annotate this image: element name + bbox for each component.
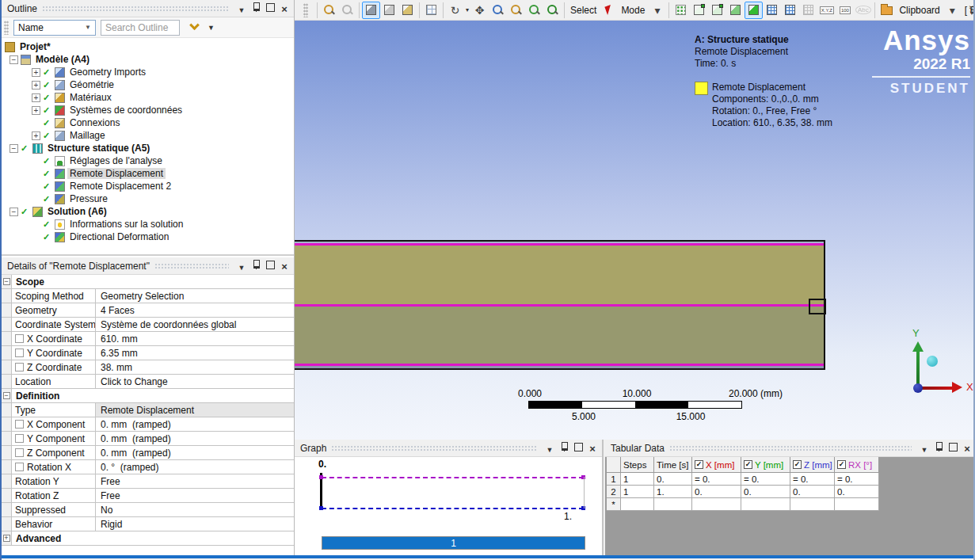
tabular-cell[interactable]: 0. <box>741 486 790 498</box>
tree-item-solution-a6[interactable]: −✓Solution (A6) <box>2 205 294 218</box>
expander-minus-icon[interactable]: − <box>10 208 18 216</box>
details-property-value[interactable]: 0. mm (ramped) <box>96 432 294 445</box>
select-mesh-node-icon[interactable] <box>763 2 781 19</box>
tabular-column-header[interactable]: ✓Y [mm] <box>741 457 790 473</box>
tabular-cell[interactable]: 0. <box>790 486 835 498</box>
clipboard-dropdown-icon[interactable]: ▾ <box>943 2 962 19</box>
select-label[interactable]: Select <box>570 5 596 16</box>
details-property-value[interactable]: Free <box>96 489 294 502</box>
dropdown-icon[interactable]: ▼ <box>918 444 931 455</box>
expand-search-icon[interactable] <box>189 20 200 30</box>
tree-item-reglages-analyse[interactable]: ✓Réglages de l'analyse <box>2 154 294 167</box>
maximize-icon[interactable] <box>946 441 959 452</box>
checked-checkbox-icon[interactable]: ✓ <box>695 460 703 469</box>
tabular-column-header[interactable]: Time [s] <box>654 457 692 473</box>
section-expander-minus-icon[interactable]: − <box>3 278 10 285</box>
details-property-value[interactable]: Rigid <box>96 517 294 531</box>
tabular-cell[interactable]: 1 <box>621 473 654 486</box>
checkbox-icon[interactable] <box>15 363 24 371</box>
pan-icon[interactable]: ✥ <box>470 2 489 19</box>
tabular-cell[interactable]: = 0. <box>692 473 741 486</box>
tabular-cell[interactable]: = 0. <box>790 473 835 486</box>
select-body-icon[interactable] <box>745 2 763 19</box>
select-cursor-icon[interactable] <box>600 2 618 19</box>
tree-item-remote-displacement[interactable]: ✓Remote Displacement <box>2 167 294 180</box>
tabular-cell[interactable]: 1. <box>654 486 692 498</box>
checkbox-icon[interactable] <box>15 463 24 471</box>
tabular-column-header[interactable]: Steps <box>621 457 654 473</box>
dropdown-icon[interactable]: ▼ <box>235 262 248 273</box>
section-plane-icon[interactable] <box>398 2 417 19</box>
expander-plus-icon[interactable]: + <box>32 93 40 102</box>
pin-icon[interactable] <box>249 259 262 270</box>
checkbox-icon[interactable] <box>15 334 24 343</box>
tree-item-modele-a4[interactable]: −Modèle (A4) <box>2 53 294 66</box>
select-mesh-disabled-icon[interactable] <box>799 2 817 19</box>
toolbar-overflow[interactable]: » ▼ <box>969 0 975 21</box>
checkbox-icon[interactable] <box>15 420 24 429</box>
expander-plus-icon[interactable]: + <box>32 106 40 115</box>
tabular-cell[interactable]: = 0. <box>741 473 790 486</box>
tabular-cell[interactable]: 0. <box>835 486 879 498</box>
details-property-value[interactable]: 38. mm <box>96 360 294 374</box>
tree-item-projet[interactable]: Projet* <box>2 40 294 53</box>
tabular-cell[interactable] <box>835 498 879 511</box>
viewports-layout-icon[interactable] <box>422 2 440 19</box>
tabular-column-header[interactable]: ✓X [mm] <box>692 457 741 473</box>
pin-icon[interactable] <box>558 441 570 452</box>
expander-minus-icon[interactable]: − <box>10 144 18 153</box>
zoom-fit-icon[interactable] <box>525 2 543 19</box>
tabular-cell[interactable] <box>790 498 835 511</box>
select-vertex-icon[interactable] <box>690 2 708 19</box>
outline-options-dropdown-icon[interactable]: ▼ <box>208 24 215 32</box>
tree-item-maillage[interactable]: +✓Maillage <box>2 129 294 142</box>
label-abc-icon[interactable]: Abc <box>854 2 872 19</box>
panel-drag-handle-icon[interactable] <box>296 2 314 19</box>
close-icon[interactable]: × <box>278 3 291 14</box>
tabular-cell[interactable] <box>621 498 654 511</box>
tree-item-systemes-de-coordonnees[interactable]: +✓Systèmes de coordonnées <box>2 104 294 116</box>
details-property-value[interactable]: Click to Change <box>96 375 294 388</box>
graph-plot[interactable]: 0. 1. 1 <box>295 457 602 555</box>
checked-checkbox-icon[interactable]: ✓ <box>744 460 752 469</box>
details-property-value[interactable]: Free <box>96 474 294 488</box>
filter-type-combobox[interactable]: Name ▼ <box>13 20 96 36</box>
checked-checkbox-icon[interactable]: ✓ <box>837 460 846 469</box>
details-property-value[interactable]: Geometry Selection <box>96 289 294 303</box>
details-property-value[interactable]: 610. mm <box>96 332 294 345</box>
drag-handle-icon[interactable] <box>4 21 9 35</box>
close-icon[interactable]: × <box>586 443 599 454</box>
close-icon[interactable]: × <box>278 261 291 272</box>
tabular-cell[interactable]: 0. <box>654 473 692 486</box>
tree-item-pressure[interactable]: ✓Pressure <box>2 192 294 205</box>
tree-item-informations-solution[interactable]: ✓Informations sur la solution <box>2 218 294 230</box>
shaded-exterior-and-edges-icon[interactable] <box>362 2 380 19</box>
section-expander-plus-icon[interactable]: + <box>3 535 10 542</box>
checkbox-icon[interactable] <box>15 434 24 443</box>
checked-checkbox-icon[interactable]: ✓ <box>793 460 802 469</box>
tree-item-connexions[interactable]: ✓Connexions <box>2 116 294 129</box>
tree-item-directional-deformation[interactable]: ✓Directional Deformation <box>2 230 294 243</box>
select-face-icon[interactable] <box>726 2 745 19</box>
tree-item-materiaux[interactable]: +✓Matériaux <box>2 91 294 104</box>
rotate-icon[interactable]: ↻ <box>446 2 464 19</box>
tree-item-geometrie[interactable]: +✓Géométrie <box>2 78 294 91</box>
shaded-exterior-icon[interactable] <box>380 2 398 19</box>
expander-minus-icon[interactable]: − <box>10 55 18 64</box>
pick-coordinate-100-icon[interactable]: 100 <box>836 2 854 19</box>
details-property-value[interactable]: 0. ° (ramped) <box>96 460 294 474</box>
tabular-column-header[interactable]: ✓RX [°] <box>835 457 879 473</box>
zoom-in-out-icon[interactable] <box>507 2 525 19</box>
expander-plus-icon[interactable]: + <box>32 81 40 90</box>
expander-plus-icon[interactable]: + <box>32 131 40 140</box>
tabular-cell[interactable]: = 0. <box>835 473 879 486</box>
pick-coordinates-xyz-icon[interactable]: X,Y,Z <box>817 2 836 19</box>
load-step-bar[interactable]: 1 <box>322 536 585 550</box>
dropdown-icon[interactable]: ▼ <box>235 5 248 16</box>
close-icon[interactable]: × <box>961 443 973 454</box>
zoom-next-icon[interactable] <box>338 2 356 19</box>
rotate-dropdown-icon[interactable]: ▾ <box>466 6 469 13</box>
details-property-value[interactable]: 0. mm (ramped) <box>96 446 294 459</box>
mode-label[interactable]: Mode <box>621 5 645 16</box>
clipboard-icon[interactable] <box>878 2 896 19</box>
